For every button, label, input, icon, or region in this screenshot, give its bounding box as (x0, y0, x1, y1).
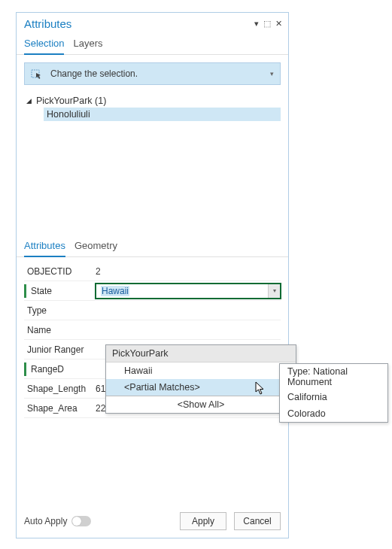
label-type: Type (24, 305, 96, 316)
tab-layers[interactable]: Layers (73, 38, 102, 54)
dropdown-item-hawaii[interactable]: Hawaii (106, 362, 296, 379)
row-state: State Hawaii ▾ (24, 281, 281, 301)
pane-title: Attributes (24, 17, 71, 30)
dropdown-show-all[interactable]: <Show All> (106, 396, 296, 413)
dropdown-group-header: PickYourPark (106, 345, 296, 362)
label-shape-length: Shape_Length (24, 384, 96, 394)
top-tabs: Selection Layers (17, 30, 288, 55)
label-objectid: OBJECTID (24, 266, 96, 277)
submenu-item-california[interactable]: California (280, 389, 387, 405)
close-icon[interactable]: ✕ (275, 19, 282, 29)
row-objectid: OBJECTID 2 (24, 262, 281, 281)
tree-feature-label: Honoluliuli (47, 109, 90, 120)
auto-apply-toggle[interactable] (71, 516, 91, 526)
chevron-down-icon: ▾ (270, 70, 274, 77)
submenu-item-colorado[interactable]: Colorado (280, 405, 387, 422)
tree-layer-label: PickYourPark (1) (36, 96, 106, 106)
tree-collapse-icon[interactable]: ◢ (24, 97, 33, 105)
label-shape-area: Shape_Area (24, 403, 96, 414)
auto-apply-group: Auto Apply (24, 516, 91, 526)
row-type[interactable]: Type (24, 301, 281, 320)
tree-layer-row[interactable]: ◢ PickYourPark (1) (24, 94, 281, 108)
dropdown-item-partial-matches[interactable]: <Partial Matches> ▶ (106, 379, 296, 396)
tab-geometry[interactable]: Geometry (74, 240, 117, 256)
edit-indicator (24, 362, 26, 376)
change-selection-label: Change the selection. (50, 68, 138, 79)
state-dropdown-button[interactable]: ▾ (268, 284, 280, 298)
submenu-type-label: Type: National Monument (280, 364, 387, 389)
window-controls: ▾ ⬚ ✕ (254, 19, 282, 29)
label-state: State (28, 286, 96, 296)
state-combobox[interactable]: Hawaii ▾ (96, 284, 281, 299)
cursor-icon (255, 381, 267, 397)
partial-matches-submenu: Type: National Monument California Color… (279, 363, 388, 423)
state-dropdown-popup: PickYourPark Hawaii <Partial Matches> ▶ … (105, 344, 296, 414)
label-junior-ranger: Junior Ranger (24, 344, 96, 355)
row-name[interactable]: Name (24, 320, 281, 340)
attributes-pane: Attributes ▾ ⬚ ✕ Selection Layers Change… (16, 12, 289, 538)
tab-selection[interactable]: Selection (24, 38, 64, 55)
label-ranged: RangeD (28, 364, 96, 375)
mid-tabs: Attributes Geometry (17, 232, 288, 257)
label-name: Name (24, 325, 96, 335)
auto-apply-label: Auto Apply (24, 516, 67, 526)
footer: Auto Apply Apply Cancel (17, 505, 288, 538)
cancel-button[interactable]: Cancel (234, 512, 281, 530)
float-icon[interactable]: ⬚ (263, 19, 271, 29)
tab-attributes[interactable]: Attributes (24, 240, 65, 257)
state-value: Hawaii (101, 286, 129, 296)
feature-tree: ◢ PickYourPark (1) Honoluliuli (17, 89, 288, 232)
value-objectid: 2 (96, 266, 281, 277)
options-icon[interactable]: ▾ (254, 19, 259, 29)
apply-button[interactable]: Apply (180, 512, 226, 530)
selection-icon (31, 67, 44, 80)
tree-feature-row[interactable]: Honoluliuli (44, 108, 281, 121)
change-selection-bar[interactable]: Change the selection. ▾ (24, 62, 281, 85)
edit-indicator (24, 284, 26, 298)
